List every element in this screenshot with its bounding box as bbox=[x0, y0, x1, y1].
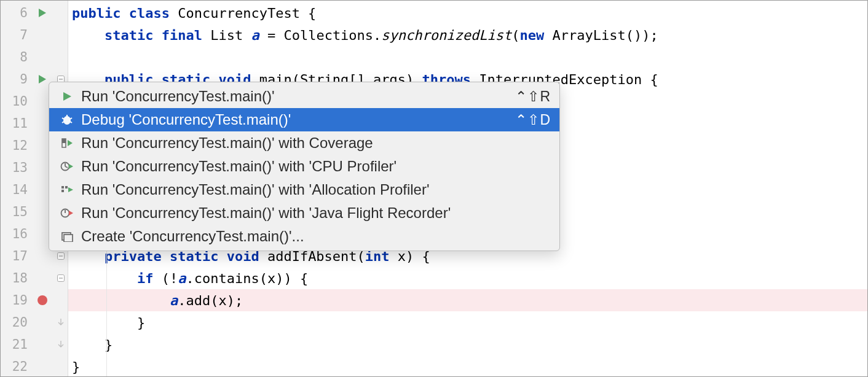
menu-item-create[interactable]: Create 'ConcurrencyTest.main()'... bbox=[49, 225, 559, 248]
svg-rect-16 bbox=[61, 186, 64, 189]
debug-icon bbox=[58, 112, 76, 128]
gutter-row[interactable]: 19 bbox=[1, 289, 68, 311]
profiler-icon bbox=[58, 158, 76, 174]
run-gutter-icon[interactable] bbox=[35, 8, 50, 18]
code-line[interactable]: a.add(x); bbox=[68, 289, 867, 311]
gutter-row[interactable]: 20 bbox=[1, 311, 68, 333]
menu-item-label: Create 'ConcurrencyTest.main()'... bbox=[81, 228, 551, 245]
menu-item-label: Debug 'ConcurrencyTest.main()' bbox=[81, 111, 515, 128]
gutter-row[interactable]: 7 bbox=[1, 24, 68, 46]
line-number: 16 bbox=[1, 227, 31, 241]
fold-end-icon[interactable] bbox=[55, 341, 66, 348]
code-text: if (!a.contains(x)) { bbox=[72, 271, 308, 286]
alloc-icon bbox=[58, 182, 76, 198]
line-number: 18 bbox=[1, 271, 31, 286]
code-line[interactable]: } bbox=[68, 356, 867, 377]
menu-item-coverage[interactable]: Run 'ConcurrencyTest.main()' with Covera… bbox=[49, 131, 559, 155]
menu-item-run[interactable]: Run 'ConcurrencyTest.main()'⌃⇧R bbox=[49, 85, 559, 108]
line-number: 11 bbox=[1, 116, 31, 131]
gutter-row[interactable]: 18 bbox=[1, 267, 68, 289]
menu-item-label: Run 'ConcurrencyTest.main()' with 'CPU P… bbox=[81, 158, 551, 175]
line-number: 6 bbox=[1, 6, 31, 20]
line-number: 22 bbox=[1, 359, 31, 374]
coverage-icon bbox=[58, 135, 76, 151]
jfr-icon bbox=[58, 205, 76, 221]
gutter-row[interactable]: 22 bbox=[1, 356, 68, 377]
svg-line-9 bbox=[62, 118, 64, 119]
code-text: static final List a = Collections.synchr… bbox=[72, 28, 658, 43]
code-line[interactable]: if (!a.contains(x)) { bbox=[68, 267, 867, 289]
line-number: 8 bbox=[1, 50, 31, 64]
run-icon bbox=[58, 88, 76, 104]
svg-line-12 bbox=[70, 122, 72, 123]
svg-line-15 bbox=[65, 166, 68, 168]
svg-rect-18 bbox=[65, 186, 68, 189]
svg-point-7 bbox=[63, 116, 71, 125]
fold-end-icon[interactable] bbox=[55, 319, 66, 326]
line-number: 13 bbox=[1, 160, 31, 175]
code-line[interactable]: } bbox=[68, 311, 867, 333]
line-number: 20 bbox=[1, 315, 31, 330]
menu-item-shortcut: ⌃⇧R bbox=[515, 88, 551, 105]
line-number: 21 bbox=[1, 337, 31, 352]
menu-item-label: Run 'ConcurrencyTest.main()' with Covera… bbox=[81, 134, 551, 152]
svg-point-6 bbox=[37, 295, 47, 305]
menu-item-label: Run 'ConcurrencyTest.main()' bbox=[81, 88, 515, 105]
menu-item-label: Run 'ConcurrencyTest.main()' with 'Java … bbox=[81, 204, 551, 222]
code-text: } bbox=[72, 359, 80, 375]
menu-item-alloc[interactable]: Run 'ConcurrencyTest.main()' with 'Alloc… bbox=[49, 178, 559, 201]
fold-toggle-icon[interactable] bbox=[55, 252, 66, 260]
gutter-row[interactable]: 8 bbox=[1, 46, 68, 68]
line-number: 9 bbox=[1, 72, 31, 87]
menu-item-shortcut: ⌃⇧D bbox=[515, 112, 551, 128]
svg-rect-17 bbox=[61, 190, 64, 192]
line-number: 19 bbox=[1, 293, 31, 308]
menu-item-jfr[interactable]: Run 'ConcurrencyTest.main()' with 'Java … bbox=[49, 201, 559, 225]
create-icon bbox=[58, 228, 76, 244]
line-number: 7 bbox=[1, 28, 31, 42]
line-number: 10 bbox=[1, 94, 31, 109]
code-line[interactable]: } bbox=[68, 333, 867, 356]
menu-item-label: Run 'ConcurrencyTest.main()' with 'Alloc… bbox=[81, 181, 551, 198]
line-number: 14 bbox=[1, 182, 31, 197]
code-text: a.add(x); bbox=[72, 293, 243, 308]
code-text: } bbox=[72, 315, 145, 330]
run-gutter-icon[interactable] bbox=[35, 74, 50, 84]
gutter-row[interactable]: 6 bbox=[1, 2, 68, 24]
svg-line-11 bbox=[62, 122, 64, 123]
code-text: public class ConcurrencyTest { bbox=[72, 6, 316, 21]
menu-item-profiler[interactable]: Run 'ConcurrencyTest.main()' with 'CPU P… bbox=[49, 155, 559, 178]
line-number: 15 bbox=[1, 204, 31, 219]
code-line[interactable] bbox=[68, 46, 867, 68]
line-number: 17 bbox=[1, 249, 31, 263]
code-line[interactable]: static final List a = Collections.synchr… bbox=[68, 24, 867, 46]
line-number: 12 bbox=[1, 138, 31, 153]
menu-item-debug[interactable]: Debug 'ConcurrencyTest.main()'⌃⇧D bbox=[49, 108, 559, 131]
code-line[interactable]: public class ConcurrencyTest { bbox=[68, 2, 867, 24]
svg-rect-22 bbox=[64, 235, 73, 242]
svg-line-10 bbox=[70, 118, 72, 119]
gutter-row[interactable]: 21 bbox=[1, 333, 68, 356]
context-menu: Run 'ConcurrencyTest.main()'⌃⇧RDebug 'Co… bbox=[49, 82, 560, 251]
breakpoint-icon[interactable] bbox=[35, 295, 50, 306]
fold-toggle-icon[interactable] bbox=[55, 274, 66, 282]
